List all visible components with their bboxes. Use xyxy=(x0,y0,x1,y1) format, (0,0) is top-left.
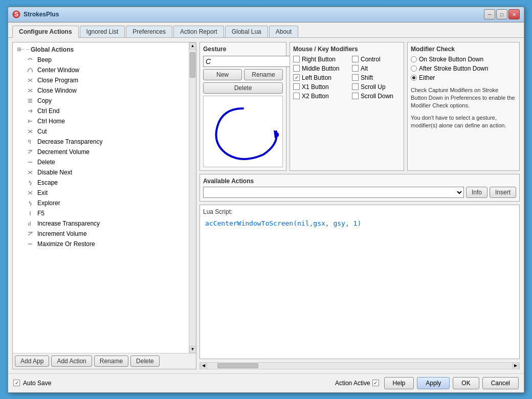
list-item[interactable]: Cut xyxy=(15,126,187,137)
lua-label: Lua Script: xyxy=(203,208,516,215)
after-stroke-radio[interactable] xyxy=(411,65,417,72)
action-icon xyxy=(25,76,35,84)
list-item[interactable]: Beep xyxy=(15,55,187,65)
tab-configure-actions[interactable]: Configure Actions xyxy=(12,26,79,38)
list-item[interactable]: Close Program xyxy=(15,75,187,85)
x2-button-checkbox[interactable] xyxy=(293,93,300,99)
rename-button[interactable]: Rename xyxy=(94,356,128,367)
minimize-button[interactable]: ─ xyxy=(484,9,495,19)
action-icon xyxy=(25,97,35,105)
action-icon xyxy=(25,117,35,125)
scroll-track xyxy=(189,50,196,346)
horizontal-scrollbar[interactable]: ◀ ▶ xyxy=(199,362,520,369)
list-item[interactable]: Increase Transparency xyxy=(15,218,187,229)
list-item[interactable]: Close Window xyxy=(15,85,187,96)
scroll-up-checkbox[interactable] xyxy=(352,83,359,90)
list-item[interactable]: Delete xyxy=(15,157,187,167)
available-actions-select[interactable] xyxy=(203,187,464,198)
modifier-scroll-up: Scroll Up xyxy=(352,83,401,91)
tab-global-lua[interactable]: Global Lua xyxy=(225,26,268,37)
cancel-button[interactable]: Cancel xyxy=(482,377,519,389)
tab-ignored-list[interactable]: Ignored List xyxy=(80,26,125,37)
scroll-left-arrow[interactable]: ◀ xyxy=(200,362,207,369)
right-panels: Gesture ▼ New Rename Delete xyxy=(199,42,520,369)
window-controls: ─ □ ✕ xyxy=(484,9,520,19)
delete-button[interactable]: Delete xyxy=(130,356,160,367)
modifier-check-note2: You don't have to select a gesture, modi… xyxy=(411,114,516,130)
scroll-down-arrow[interactable]: ▼ xyxy=(189,346,196,353)
list-item[interactable]: Maximize Or Restore xyxy=(15,239,187,249)
control-checkbox[interactable] xyxy=(352,56,359,62)
radio-after-stroke: After Stroke Button Down xyxy=(411,65,516,72)
delete-gesture-button[interactable]: Delete xyxy=(203,82,283,94)
modifier-x2-button: X2 Button xyxy=(293,93,342,100)
gesture-canvas xyxy=(203,96,283,167)
maximize-button[interactable]: □ xyxy=(496,9,507,19)
ok-button[interactable]: OK xyxy=(453,377,479,389)
auto-save-label: Auto Save xyxy=(23,380,51,387)
list-item[interactable]: Ctrl End xyxy=(15,106,187,116)
list-item[interactable]: Ctrl Home xyxy=(15,116,187,126)
list-item[interactable]: Decrease Transparency xyxy=(15,137,187,147)
gesture-btn-row: New Rename xyxy=(203,69,283,80)
scroll-down-checkbox[interactable] xyxy=(352,93,359,99)
list-item[interactable]: F5 xyxy=(15,208,187,218)
action-icon xyxy=(25,138,35,146)
right-button-checkbox[interactable] xyxy=(293,56,300,62)
list-item[interactable]: Exit xyxy=(15,188,187,198)
list-item[interactable]: Copy xyxy=(15,96,187,106)
add-action-button[interactable]: Add Action xyxy=(51,356,92,367)
lua-code[interactable]: acCenterWindowToScreen(nil,gsx, gsy, 1) xyxy=(203,217,516,229)
scroll-down-label: Scroll Down xyxy=(361,93,393,100)
left-button-checkbox[interactable] xyxy=(293,74,300,81)
modifiers-panel: Mouse / Key Modifiers Right Button Contr… xyxy=(290,42,404,171)
scroll-right-arrow[interactable]: ▶ xyxy=(512,362,519,369)
alt-checkbox[interactable] xyxy=(352,65,359,72)
scroll-up-arrow[interactable]: ▲ xyxy=(189,42,196,50)
insert-button[interactable]: Insert xyxy=(490,187,516,198)
left-panel: ⊞─ ─ Global Actions Beep Center Window xyxy=(12,42,196,369)
scroll-h-thumb[interactable] xyxy=(217,363,258,368)
list-item[interactable]: Escape xyxy=(15,178,187,188)
close-button[interactable]: ✕ xyxy=(508,9,520,19)
middle-button-label: Middle Button xyxy=(302,65,339,72)
action-active-checkbox[interactable] xyxy=(372,380,379,386)
info-button[interactable]: Info xyxy=(466,187,487,198)
modifier-check-note1: Check Capture Modifiers on Stroke Button… xyxy=(411,86,516,110)
shift-checkbox[interactable] xyxy=(352,74,359,81)
either-radio[interactable] xyxy=(411,75,417,81)
list-item[interactable]: Disable Next xyxy=(15,167,187,178)
tree-area: ⊞─ ─ Global Actions Beep Center Window xyxy=(13,42,189,353)
tree-scrollbar[interactable]: ▲ ▼ xyxy=(189,42,196,353)
content-area: ⊞─ ─ Global Actions Beep Center Window xyxy=(8,38,524,373)
list-item[interactable]: Decrement Volume xyxy=(15,147,187,157)
apply-button[interactable]: Apply xyxy=(417,377,450,389)
list-item[interactable]: Explorer xyxy=(15,198,187,208)
gesture-select-row: ▼ xyxy=(203,56,283,67)
list-item[interactable]: Increment Volume xyxy=(15,229,187,239)
tab-action-report[interactable]: Action Report xyxy=(173,26,224,37)
add-app-button[interactable]: Add App xyxy=(15,356,49,367)
tree-toolbar: Add App Add Action Rename Delete xyxy=(13,353,196,369)
tree-root-label: Global Actions xyxy=(31,46,74,53)
tab-about[interactable]: About xyxy=(269,26,298,37)
gesture-select[interactable] xyxy=(203,56,299,67)
modifiers-title: Mouse / Key Modifiers xyxy=(293,46,401,53)
new-gesture-button[interactable]: New xyxy=(203,69,242,80)
action-icon xyxy=(25,219,35,228)
middle-button-checkbox[interactable] xyxy=(293,65,300,72)
modifier-left-button: Left Button xyxy=(293,74,342,81)
action-active: Action Active xyxy=(335,380,379,387)
auto-save-checkbox[interactable] xyxy=(13,380,20,386)
list-item[interactable]: Center Window xyxy=(15,65,187,75)
available-actions-panel: Available Actions Info Insert xyxy=(199,174,520,202)
scroll-thumb[interactable] xyxy=(190,52,195,78)
x1-button-checkbox[interactable] xyxy=(293,83,300,90)
right-button-label: Right Button xyxy=(302,56,336,63)
help-button[interactable]: Help xyxy=(384,377,414,389)
top-right: Gesture ▼ New Rename Delete xyxy=(199,42,520,171)
tree-header: ⊞─ ─ Global Actions xyxy=(15,45,187,55)
rename-gesture-button[interactable]: Rename xyxy=(244,69,283,80)
tab-preferences[interactable]: Preferences xyxy=(126,26,172,37)
on-stroke-radio[interactable] xyxy=(411,56,417,62)
